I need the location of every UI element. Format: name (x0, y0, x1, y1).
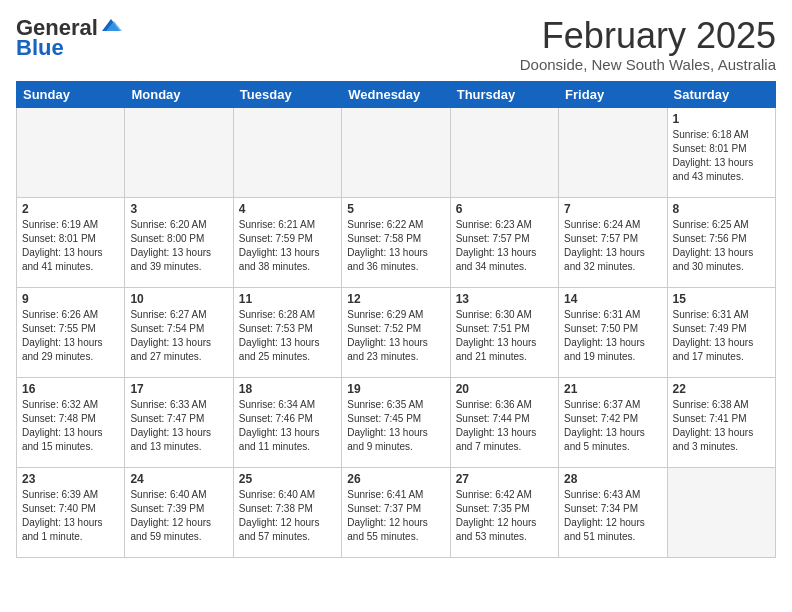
calendar-day-cell: 14Sunrise: 6:31 AM Sunset: 7:50 PM Dayli… (559, 287, 667, 377)
calendar-day-cell: 12Sunrise: 6:29 AM Sunset: 7:52 PM Dayli… (342, 287, 450, 377)
calendar-day-cell (125, 107, 233, 197)
day-info-text: Sunrise: 6:31 AM Sunset: 7:50 PM Dayligh… (564, 308, 661, 364)
day-number: 11 (239, 292, 336, 306)
calendar-day-cell: 7Sunrise: 6:24 AM Sunset: 7:57 PM Daylig… (559, 197, 667, 287)
day-number: 13 (456, 292, 553, 306)
day-number: 1 (673, 112, 770, 126)
weekday-header: Saturday (667, 81, 775, 107)
day-info-text: Sunrise: 6:21 AM Sunset: 7:59 PM Dayligh… (239, 218, 336, 274)
calendar-day-cell: 8Sunrise: 6:25 AM Sunset: 7:56 PM Daylig… (667, 197, 775, 287)
day-number: 25 (239, 472, 336, 486)
weekday-header: Tuesday (233, 81, 341, 107)
day-number: 2 (22, 202, 119, 216)
calendar-day-cell: 6Sunrise: 6:23 AM Sunset: 7:57 PM Daylig… (450, 197, 558, 287)
calendar-day-cell (559, 107, 667, 197)
location-text: Doonside, New South Wales, Australia (520, 56, 776, 73)
calendar-day-cell: 26Sunrise: 6:41 AM Sunset: 7:37 PM Dayli… (342, 467, 450, 557)
calendar-header-row: SundayMondayTuesdayWednesdayThursdayFrid… (17, 81, 776, 107)
logo-blue-text: Blue (16, 36, 64, 60)
day-number: 10 (130, 292, 227, 306)
calendar-day-cell: 1Sunrise: 6:18 AM Sunset: 8:01 PM Daylig… (667, 107, 775, 197)
day-number: 17 (130, 382, 227, 396)
day-info-text: Sunrise: 6:36 AM Sunset: 7:44 PM Dayligh… (456, 398, 553, 454)
day-info-text: Sunrise: 6:39 AM Sunset: 7:40 PM Dayligh… (22, 488, 119, 544)
day-number: 4 (239, 202, 336, 216)
day-number: 5 (347, 202, 444, 216)
calendar-day-cell (450, 107, 558, 197)
day-info-text: Sunrise: 6:18 AM Sunset: 8:01 PM Dayligh… (673, 128, 770, 184)
day-number: 15 (673, 292, 770, 306)
calendar-day-cell: 27Sunrise: 6:42 AM Sunset: 7:35 PM Dayli… (450, 467, 558, 557)
calendar-day-cell: 24Sunrise: 6:40 AM Sunset: 7:39 PM Dayli… (125, 467, 233, 557)
calendar-day-cell (17, 107, 125, 197)
day-number: 22 (673, 382, 770, 396)
day-info-text: Sunrise: 6:25 AM Sunset: 7:56 PM Dayligh… (673, 218, 770, 274)
day-info-text: Sunrise: 6:43 AM Sunset: 7:34 PM Dayligh… (564, 488, 661, 544)
day-number: 24 (130, 472, 227, 486)
day-number: 12 (347, 292, 444, 306)
calendar-day-cell (667, 467, 775, 557)
page-header: General Blue February 2025 Doonside, New… (16, 16, 776, 73)
day-number: 18 (239, 382, 336, 396)
calendar-week-row: 9Sunrise: 6:26 AM Sunset: 7:55 PM Daylig… (17, 287, 776, 377)
calendar-week-row: 2Sunrise: 6:19 AM Sunset: 8:01 PM Daylig… (17, 197, 776, 287)
day-info-text: Sunrise: 6:42 AM Sunset: 7:35 PM Dayligh… (456, 488, 553, 544)
day-info-text: Sunrise: 6:27 AM Sunset: 7:54 PM Dayligh… (130, 308, 227, 364)
calendar-day-cell: 28Sunrise: 6:43 AM Sunset: 7:34 PM Dayli… (559, 467, 667, 557)
calendar-day-cell: 2Sunrise: 6:19 AM Sunset: 8:01 PM Daylig… (17, 197, 125, 287)
day-number: 9 (22, 292, 119, 306)
calendar-day-cell: 21Sunrise: 6:37 AM Sunset: 7:42 PM Dayli… (559, 377, 667, 467)
calendar-day-cell: 9Sunrise: 6:26 AM Sunset: 7:55 PM Daylig… (17, 287, 125, 377)
weekday-header: Sunday (17, 81, 125, 107)
day-number: 28 (564, 472, 661, 486)
day-info-text: Sunrise: 6:31 AM Sunset: 7:49 PM Dayligh… (673, 308, 770, 364)
calendar-week-row: 1Sunrise: 6:18 AM Sunset: 8:01 PM Daylig… (17, 107, 776, 197)
day-info-text: Sunrise: 6:24 AM Sunset: 7:57 PM Dayligh… (564, 218, 661, 274)
calendar-day-cell: 15Sunrise: 6:31 AM Sunset: 7:49 PM Dayli… (667, 287, 775, 377)
day-number: 27 (456, 472, 553, 486)
day-info-text: Sunrise: 6:35 AM Sunset: 7:45 PM Dayligh… (347, 398, 444, 454)
calendar-day-cell: 19Sunrise: 6:35 AM Sunset: 7:45 PM Dayli… (342, 377, 450, 467)
day-number: 6 (456, 202, 553, 216)
day-info-text: Sunrise: 6:41 AM Sunset: 7:37 PM Dayligh… (347, 488, 444, 544)
day-info-text: Sunrise: 6:26 AM Sunset: 7:55 PM Dayligh… (22, 308, 119, 364)
weekday-header: Wednesday (342, 81, 450, 107)
calendar-table: SundayMondayTuesdayWednesdayThursdayFrid… (16, 81, 776, 558)
calendar-day-cell: 4Sunrise: 6:21 AM Sunset: 7:59 PM Daylig… (233, 197, 341, 287)
calendar-day-cell: 20Sunrise: 6:36 AM Sunset: 7:44 PM Dayli… (450, 377, 558, 467)
calendar-day-cell: 17Sunrise: 6:33 AM Sunset: 7:47 PM Dayli… (125, 377, 233, 467)
calendar-day-cell: 16Sunrise: 6:32 AM Sunset: 7:48 PM Dayli… (17, 377, 125, 467)
calendar-day-cell: 23Sunrise: 6:39 AM Sunset: 7:40 PM Dayli… (17, 467, 125, 557)
day-number: 23 (22, 472, 119, 486)
day-number: 21 (564, 382, 661, 396)
day-info-text: Sunrise: 6:34 AM Sunset: 7:46 PM Dayligh… (239, 398, 336, 454)
day-number: 20 (456, 382, 553, 396)
day-info-text: Sunrise: 6:40 AM Sunset: 7:38 PM Dayligh… (239, 488, 336, 544)
day-info-text: Sunrise: 6:40 AM Sunset: 7:39 PM Dayligh… (130, 488, 227, 544)
calendar-day-cell: 25Sunrise: 6:40 AM Sunset: 7:38 PM Dayli… (233, 467, 341, 557)
weekday-header: Friday (559, 81, 667, 107)
day-info-text: Sunrise: 6:30 AM Sunset: 7:51 PM Dayligh… (456, 308, 553, 364)
calendar-day-cell: 11Sunrise: 6:28 AM Sunset: 7:53 PM Dayli… (233, 287, 341, 377)
day-number: 8 (673, 202, 770, 216)
day-info-text: Sunrise: 6:37 AM Sunset: 7:42 PM Dayligh… (564, 398, 661, 454)
calendar-day-cell: 10Sunrise: 6:27 AM Sunset: 7:54 PM Dayli… (125, 287, 233, 377)
weekday-header: Monday (125, 81, 233, 107)
calendar-day-cell (342, 107, 450, 197)
title-block: February 2025 Doonside, New South Wales,… (520, 16, 776, 73)
day-info-text: Sunrise: 6:22 AM Sunset: 7:58 PM Dayligh… (347, 218, 444, 274)
day-info-text: Sunrise: 6:33 AM Sunset: 7:47 PM Dayligh… (130, 398, 227, 454)
calendar-day-cell: 22Sunrise: 6:38 AM Sunset: 7:41 PM Dayli… (667, 377, 775, 467)
day-info-text: Sunrise: 6:29 AM Sunset: 7:52 PM Dayligh… (347, 308, 444, 364)
weekday-header: Thursday (450, 81, 558, 107)
logo-icon (100, 17, 122, 35)
day-info-text: Sunrise: 6:19 AM Sunset: 8:01 PM Dayligh… (22, 218, 119, 274)
day-number: 3 (130, 202, 227, 216)
calendar-week-row: 16Sunrise: 6:32 AM Sunset: 7:48 PM Dayli… (17, 377, 776, 467)
calendar-week-row: 23Sunrise: 6:39 AM Sunset: 7:40 PM Dayli… (17, 467, 776, 557)
day-info-text: Sunrise: 6:32 AM Sunset: 7:48 PM Dayligh… (22, 398, 119, 454)
calendar-day-cell: 5Sunrise: 6:22 AM Sunset: 7:58 PM Daylig… (342, 197, 450, 287)
day-number: 14 (564, 292, 661, 306)
day-info-text: Sunrise: 6:23 AM Sunset: 7:57 PM Dayligh… (456, 218, 553, 274)
day-number: 26 (347, 472, 444, 486)
